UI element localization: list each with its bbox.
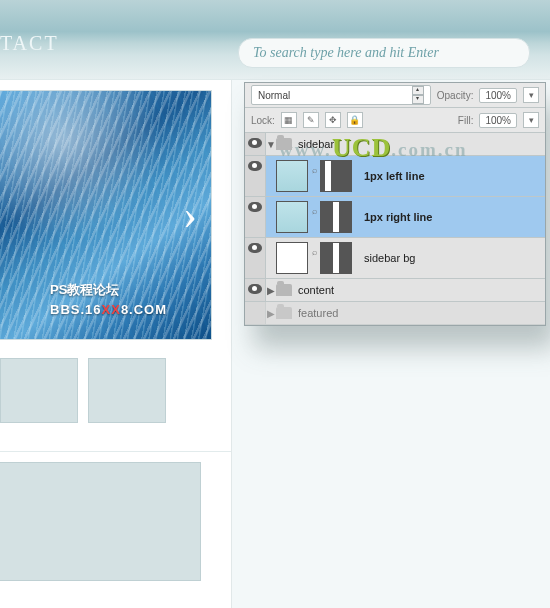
next-arrow-icon[interactable]: › [183, 191, 197, 239]
folder-icon [276, 307, 292, 319]
link-icon: ⌕ [310, 160, 318, 180]
layers-panel: Normal ▴▾ Opacity: 100% ▾ Lock: ▦ ✎ ✥ 🔒 … [244, 82, 546, 326]
layer-mask-icon [320, 201, 352, 233]
layer-group-sidebar[interactable]: ▼ sidebar [245, 133, 545, 156]
search-input[interactable]: To search type here and hit Enter [238, 38, 530, 68]
lock-all-icon[interactable]: 🔒 [347, 112, 363, 128]
fill-value[interactable]: 100% [479, 113, 517, 128]
fill-dropdown-icon[interactable]: ▾ [523, 112, 539, 128]
disclosure-icon[interactable]: ▶ [266, 308, 276, 319]
fill-label: Fill: [458, 115, 474, 126]
layer-sidebar-bg[interactable]: ⌕ sidebar bg [245, 238, 545, 279]
header: TACT To search type here and hit Enter [0, 0, 550, 80]
layer-mask-icon [320, 160, 352, 192]
visibility-icon[interactable] [248, 307, 262, 317]
right-column: Normal ▴▾ Opacity: 100% ▾ Lock: ▦ ✎ ✥ 🔒 … [232, 80, 550, 608]
visibility-icon[interactable] [248, 161, 262, 171]
visibility-icon[interactable] [248, 202, 262, 212]
thumbnail-row [0, 358, 231, 423]
layer-thumb-icon [276, 160, 308, 192]
lock-pixels-icon[interactable]: ✎ [303, 112, 319, 128]
visibility-icon[interactable] [248, 138, 262, 148]
layer-thumb-icon [276, 242, 308, 274]
disclosure-icon[interactable]: ▼ [266, 139, 276, 150]
folder-icon [276, 138, 292, 150]
layer-mask-icon [320, 242, 352, 274]
link-icon: ⌕ [310, 201, 318, 221]
visibility-icon[interactable] [248, 284, 262, 294]
blend-row: Normal ▴▾ Opacity: 100% ▾ [245, 83, 545, 108]
thumbnail[interactable] [0, 358, 78, 423]
lock-row: Lock: ▦ ✎ ✥ 🔒 Fill: 100% ▾ [245, 108, 545, 133]
layers-list: ▼ sidebar ⌕ 1px left line [245, 133, 545, 325]
opacity-label: Opacity: [437, 90, 474, 101]
thumbnail[interactable] [88, 358, 166, 423]
featured-image[interactable]: › PS教程论坛 BBS.16XX8.COM [0, 90, 212, 340]
content-placeholder [0, 462, 201, 581]
stepper-icon[interactable]: ▴▾ [412, 86, 424, 104]
divider [0, 451, 231, 452]
layer-left-line[interactable]: ⌕ 1px left line [245, 156, 545, 197]
lock-label: Lock: [251, 115, 275, 126]
disclosure-icon[interactable]: ▶ [266, 285, 276, 296]
visibility-icon[interactable] [248, 243, 262, 253]
opacity-value[interactable]: 100% [479, 88, 517, 103]
left-column: › PS教程论坛 BBS.16XX8.COM [0, 80, 232, 608]
caption-line1: PS教程论坛 [50, 280, 167, 300]
nav-contact[interactable]: TACT [0, 32, 59, 55]
layer-group-content[interactable]: ▶ content [245, 279, 545, 302]
layer-thumb-icon [276, 201, 308, 233]
lock-transparent-icon[interactable]: ▦ [281, 112, 297, 128]
image-caption: PS教程论坛 BBS.16XX8.COM [50, 280, 167, 319]
blend-mode-select[interactable]: Normal ▴▾ [251, 85, 431, 105]
link-icon: ⌕ [310, 242, 318, 262]
layer-group-featured[interactable]: ▶ featured [245, 302, 545, 325]
lock-position-icon[interactable]: ✥ [325, 112, 341, 128]
layer-right-line[interactable]: ⌕ 1px right line [245, 197, 545, 238]
folder-icon [276, 284, 292, 296]
opacity-dropdown-icon[interactable]: ▾ [523, 87, 539, 103]
